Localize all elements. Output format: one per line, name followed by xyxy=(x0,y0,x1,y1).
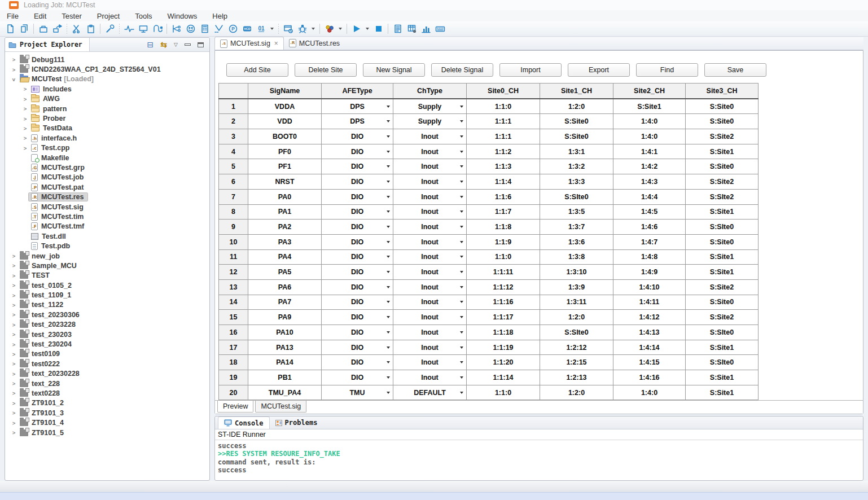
site0-ch-cell[interactable]: 1:1:8 xyxy=(467,220,540,235)
column-header[interactable]: Site1_CH xyxy=(540,84,613,99)
editor-action-button[interactable]: Add Site xyxy=(226,63,288,77)
dropdown-caret-icon[interactable] xyxy=(387,135,390,138)
expand-chevron-icon[interactable]: > xyxy=(10,253,17,259)
tab-mcutest-sig-page[interactable]: MCUTest.sig xyxy=(255,401,306,413)
chtype-cell[interactable]: Inout xyxy=(393,325,467,340)
menu-item[interactable]: Project xyxy=(97,12,120,20)
site3-ch-cell[interactable]: S:Site2 xyxy=(686,174,759,190)
tree-item[interactable]: > Debug111 xyxy=(6,55,209,64)
afetype-cell[interactable]: DIO xyxy=(322,310,393,325)
expand-chevron-icon[interactable]: > xyxy=(10,312,17,318)
site0-ch-cell[interactable]: 1:1:1 xyxy=(467,114,540,129)
signame-cell[interactable]: TMU_PA4 xyxy=(248,385,322,400)
site2-ch-cell[interactable]: 1:4:16 xyxy=(613,370,686,385)
site0-ch-cell[interactable]: 1:1:12 xyxy=(467,279,540,295)
dropdown-caret-icon[interactable] xyxy=(387,361,390,363)
site0-ch-cell[interactable]: 1:1:2 xyxy=(467,144,540,159)
site3-ch-cell[interactable]: S:SIte0 xyxy=(686,355,759,370)
tree-item[interactable]: .F MCUTest.tmf xyxy=(6,222,209,231)
signame-cell[interactable]: PA14 xyxy=(248,355,322,370)
tree-item[interactable]: > ZT9101_5 xyxy=(6,428,209,437)
row-number-cell[interactable]: 11 xyxy=(219,249,248,265)
expand-chevron-icon[interactable]: > xyxy=(10,302,17,308)
dropdown-caret-icon[interactable] xyxy=(460,226,463,228)
signame-cell[interactable]: BOOT0 xyxy=(248,129,322,144)
site1-ch-cell[interactable]: 1:3:1 xyxy=(540,144,613,159)
tree-item[interactable]: .T MCUTest.tim xyxy=(6,212,209,221)
site2-ch-cell[interactable]: 1:4:11 xyxy=(613,295,686,310)
menu-item[interactable]: File xyxy=(7,12,19,20)
tree-item[interactable]: > test_0105_2 xyxy=(6,280,209,290)
chtype-cell[interactable]: Inout xyxy=(393,144,467,159)
site3-ch-cell[interactable]: S:Site0 xyxy=(686,295,759,310)
signame-cell[interactable]: PA0 xyxy=(248,189,322,204)
site1-ch-cell[interactable]: 1:3:10 xyxy=(540,265,613,280)
tree-item[interactable]: .P MCUTest.pat xyxy=(6,182,209,192)
expand-chevron-icon[interactable]: > xyxy=(21,116,29,122)
menu-item[interactable]: Tools xyxy=(135,12,152,20)
site3-ch-cell[interactable]: S:Site1 xyxy=(686,265,759,280)
chtype-cell[interactable]: Inout xyxy=(393,295,467,310)
schedule-window-button[interactable] xyxy=(281,23,295,35)
expand-chevron-icon[interactable]: > xyxy=(10,361,17,367)
dropdown-caret-icon[interactable] xyxy=(387,106,390,108)
tree-item[interactable]: > pattern xyxy=(6,104,209,113)
tree-item[interactable]: > test_230203 xyxy=(6,330,209,339)
site1-ch-cell[interactable]: 1:2:0 xyxy=(540,99,613,114)
site2-ch-cell[interactable]: S:Site1 xyxy=(613,99,686,114)
close-icon[interactable]: × xyxy=(274,40,278,47)
menu-item[interactable]: Windows xyxy=(168,12,198,20)
editor-action-button[interactable]: Delete Signal xyxy=(431,63,493,77)
site1-ch-cell[interactable]: 1:2:0 xyxy=(540,310,613,325)
site3-ch-cell[interactable]: S:Site0 xyxy=(686,159,759,174)
site1-ch-cell[interactable]: 1:3:2 xyxy=(540,159,613,174)
dropdown-caret-icon[interactable] xyxy=(460,165,463,168)
bar-chart-button[interactable] xyxy=(419,23,433,35)
signame-cell[interactable]: PA13 xyxy=(248,340,322,355)
dropdown-caret-icon[interactable] xyxy=(460,376,463,379)
site0-ch-cell[interactable]: 1:1:16 xyxy=(467,295,540,310)
dropdown-caret-icon[interactable] xyxy=(387,210,390,213)
site2-ch-cell[interactable]: 1:4:0 xyxy=(613,114,686,129)
run-button[interactable] xyxy=(349,23,363,35)
row-number-cell[interactable]: 6 xyxy=(219,174,248,190)
monitor-button[interactable] xyxy=(136,23,150,35)
site0-ch-cell[interactable]: 1:1:18 xyxy=(467,325,540,340)
site1-ch-cell[interactable]: 1:3:7 xyxy=(540,220,613,235)
dropdown-caret-icon[interactable] xyxy=(387,301,390,303)
signame-cell[interactable]: PA10 xyxy=(248,325,322,340)
dropdown-caret-icon[interactable] xyxy=(387,256,390,258)
tree-item[interactable]: Test.pdb xyxy=(6,241,209,251)
cut-button[interactable] xyxy=(69,23,84,35)
tree-item[interactable]: > test_1122 xyxy=(6,300,209,310)
site1-ch-cell[interactable]: 1:2:0 xyxy=(540,385,613,400)
tree-item[interactable]: .J MCUTest.job xyxy=(6,173,209,182)
wrench-button[interactable] xyxy=(103,23,117,35)
dropdown-caret-icon[interactable] xyxy=(460,151,463,153)
chtype-cell[interactable]: Inout xyxy=(393,129,467,144)
site2-ch-cell[interactable]: 1:4:0 xyxy=(613,129,686,144)
new-file-button[interactable] xyxy=(3,23,17,35)
site0-ch-cell[interactable]: 1:1:0 xyxy=(467,99,540,114)
column-header[interactable]: Site2_CH xyxy=(613,84,686,99)
expand-chevron-icon[interactable]: > xyxy=(10,67,17,73)
site3-ch-cell[interactable]: S:Site1 xyxy=(686,340,759,355)
chtype-cell[interactable]: Inout xyxy=(393,249,467,265)
collapse-all-icon[interactable]: ⊟ xyxy=(147,41,154,49)
site1-ch-cell[interactable]: S:SIte0 xyxy=(540,325,613,340)
expand-chevron-icon[interactable]: v xyxy=(10,76,17,82)
minimize-icon[interactable] xyxy=(185,43,191,46)
table-settings-button[interactable] xyxy=(405,23,419,35)
site0-ch-cell[interactable]: 1:1:9 xyxy=(467,234,540,249)
expand-chevron-icon[interactable]: > xyxy=(21,125,29,131)
signame-cell[interactable]: PA7 xyxy=(248,295,322,310)
site3-ch-cell[interactable]: S:Site1 xyxy=(686,370,759,385)
site1-ch-cell[interactable]: S:Site0 xyxy=(540,129,613,144)
site2-ch-cell[interactable]: 1:4:1 xyxy=(613,144,686,159)
expand-chevron-icon[interactable]: > xyxy=(21,86,29,92)
expand-chevron-icon[interactable]: > xyxy=(10,351,17,357)
tree-item[interactable]: Makefile xyxy=(6,153,209,163)
tree-item[interactable]: > Includes xyxy=(6,84,209,94)
signame-cell[interactable]: PA3 xyxy=(248,234,322,249)
tree-item[interactable]: .R MCUTest.res xyxy=(6,192,209,201)
